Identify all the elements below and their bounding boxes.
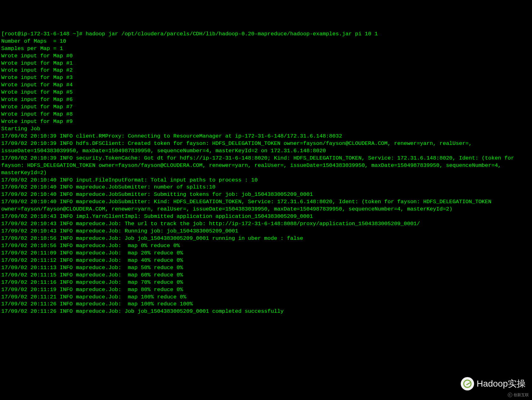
terminal-line: Starting Job [1,125,531,133]
terminal-line: 17/09/02 20:11:09 INFO mapreduce.Job: ma… [1,250,531,257]
terminal-line: 17/09/02 20:10:43 INFO mapreduce.Job: Th… [1,220,531,228]
terminal-line: 17/09/02 20:11:16 INFO mapreduce.Job: ma… [1,279,531,286]
watermark-text: Hadoop实操 [477,378,526,382]
terminal-line: 17/09/02 20:11:19 INFO mapreduce.Job: ma… [1,286,531,294]
terminal-line: 17/09/02 20:11:26 INFO mapreduce.Job: ma… [1,301,531,308]
watermark-hadoop: Hadoop实操 [461,377,526,382]
terminal-line: Wrote input for Map #1 [1,60,531,67]
terminal-line: Wrote input for Map #7 [1,104,531,111]
terminal-line: 17/09/02 20:10:40 INFO mapreduce.JobSubm… [1,184,531,191]
terminal-output[interactable]: [root@ip-172-31-6-148 ~]# hadoop jar /op… [1,31,531,316]
terminal-line: 17/09/02 20:11:21 INFO mapreduce.Job: ma… [1,294,531,301]
terminal-line: 17/09/02 20:11:26 INFO mapreduce.Job: Jo… [1,308,531,315]
terminal-line: 17/09/02 20:10:56 INFO mapreduce.Job: ma… [1,242,531,250]
terminal-line: 17/09/02 20:10:43 INFO impl.YarnClientIm… [1,213,531,220]
terminal-line: 17/09/02 20:11:12 INFO mapreduce.Job: ma… [1,257,531,264]
terminal-line: 17/09/02 20:10:56 INFO mapreduce.Job: Jo… [1,235,531,242]
terminal-line: 17/09/02 20:11:15 INFO mapreduce.Job: ma… [1,272,531,279]
terminal-line: 17/09/02 20:10:40 INFO mapreduce.JobSubm… [1,191,531,198]
terminal-line: 17/09/02 20:10:40 INFO mapreduce.JobSubm… [1,198,531,213]
terminal-line: 17/09/02 20:11:13 INFO mapreduce.Job: ma… [1,264,531,272]
terminal-line: 17/09/02 20:10:43 INFO mapreduce.Job: Ru… [1,228,531,235]
terminal-line: Wrote input for Map #9 [1,118,531,125]
terminal-line: Wrote input for Map #5 [1,89,531,96]
terminal-line: Wrote input for Map #0 [1,53,531,60]
terminal-line: Samples per Map = 1 [1,45,531,53]
wechat-icon [461,377,474,382]
terminal-line: [root@ip-172-31-6-148 ~]# hadoop jar /op… [1,31,531,38]
terminal-line: Wrote input for Map #2 [1,67,531,74]
terminal-line: 17/09/02 20:10:39 INFO security.TokenCac… [1,155,531,177]
terminal-line: 17/09/02 20:10:40 INFO input.FileInputFo… [1,177,531,184]
terminal-line: Wrote input for Map #6 [1,96,531,104]
terminal-line: Wrote input for Map #3 [1,74,531,82]
terminal-line: Wrote input for Map #8 [1,111,531,118]
terminal-line: 17/09/02 20:10:39 INFO hdfs.DFSClient: C… [1,140,531,155]
terminal-line: Wrote input for Map #4 [1,82,531,89]
terminal-line: Number of Maps = 10 [1,38,531,45]
terminal-line: 17/09/02 20:10:39 INFO client.RMProxy: C… [1,133,531,140]
